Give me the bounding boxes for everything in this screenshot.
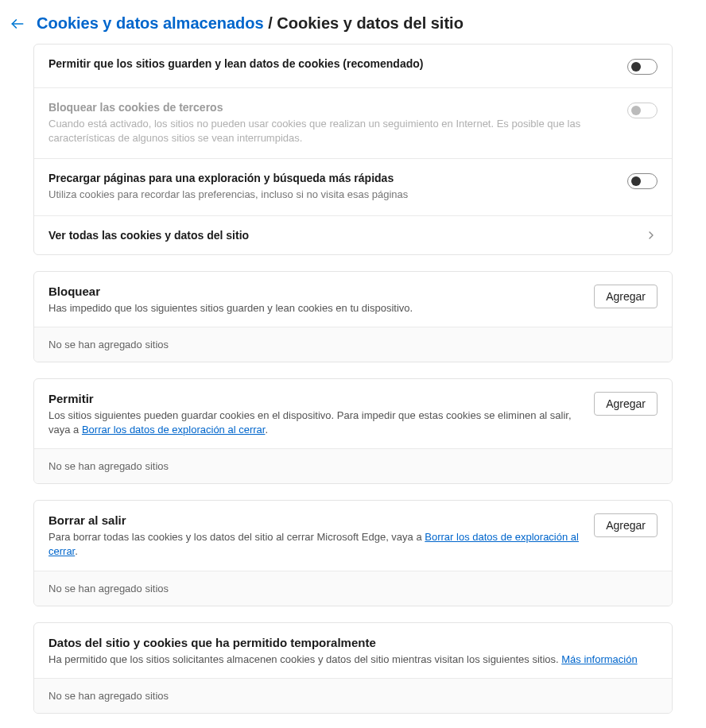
block-section-head: Bloquear Has impedido que los siguientes… xyxy=(34,272,672,327)
clear-on-exit-add-button[interactable]: Agregar xyxy=(594,513,658,537)
preload-desc: Utiliza cookies para recordar las prefer… xyxy=(48,188,618,202)
block-third-party-desc: Cuando está activado, los sitios no pued… xyxy=(48,117,618,145)
block-empty-message: No se han agregado sitios xyxy=(34,327,672,362)
temp-allowed-desc: Ha permitido que los sitios solicitantes… xyxy=(48,652,658,667)
back-arrow-icon[interactable] xyxy=(10,16,25,32)
clear-on-exit-empty-message: No se han agregado sitios xyxy=(34,571,672,606)
clear-on-exit-section-head: Borrar al salir Para borrar todas las co… xyxy=(34,501,672,571)
allow-section-desc: Los sitios siguientes pueden guardar coo… xyxy=(48,409,584,437)
preload-title: Precargar páginas para una exploración y… xyxy=(48,172,618,184)
allow-section-head: Permitir Los sitios siguientes pueden gu… xyxy=(34,379,672,449)
block-section: Bloquear Has impedido que los siguientes… xyxy=(33,271,673,362)
block-section-desc: Has impedido que los siguientes sitios g… xyxy=(48,301,584,316)
cookie-settings-card: Permitir que los sitios guarden y lean d… xyxy=(33,44,673,255)
breadcrumb-separator: / xyxy=(268,14,277,32)
see-all-cookies-row[interactable]: Ver todas las cookies y datos del sitio xyxy=(34,216,672,254)
clear-on-exit-desc: Para borrar todas las cookies y los dato… xyxy=(48,530,584,559)
allow-cookies-row: Permitir que los sitios guarden y lean d… xyxy=(34,45,672,88)
temp-allowed-empty-message: No se han agregado sitios xyxy=(34,679,672,713)
allow-cookies-toggle[interactable] xyxy=(627,59,658,75)
block-third-party-toggle xyxy=(627,103,658,118)
allow-section: Permitir Los sitios siguientes pueden gu… xyxy=(33,378,673,484)
block-section-title: Bloquear xyxy=(48,285,584,298)
allow-add-button[interactable]: Agregar xyxy=(594,392,658,416)
block-third-party-row: Bloquear las cookies de terceros Cuando … xyxy=(34,88,672,159)
breadcrumb-parent-link[interactable]: Cookies y datos almacenados xyxy=(37,14,264,32)
block-third-party-title: Bloquear las cookies de terceros xyxy=(48,101,618,114)
preload-row: Precargar páginas para una exploración y… xyxy=(34,159,672,215)
preload-toggle[interactable] xyxy=(627,173,658,189)
temp-allowed-title: Datos del sitio y cookies que ha permiti… xyxy=(48,636,658,649)
clear-on-exit-title: Borrar al salir xyxy=(48,513,584,527)
breadcrumb: Cookies y datos almacenados / Cookies y … xyxy=(37,14,464,33)
allow-section-title: Permitir xyxy=(48,392,584,405)
breadcrumb-current: Cookies y datos del sitio xyxy=(277,14,464,32)
temp-allowed-section: Datos del sitio y cookies que ha permiti… xyxy=(33,622,673,714)
clear-on-exit-section: Borrar al salir Para borrar todas las co… xyxy=(33,500,673,606)
allow-clear-data-link[interactable]: Borrar los datos de exploración al cerra… xyxy=(82,424,266,436)
page-header: Cookies y datos almacenados / Cookies y … xyxy=(0,14,706,44)
allow-cookies-title: Permitir que los sitios guarden y lean d… xyxy=(48,57,618,70)
see-all-cookies-title: Ver todas las cookies y datos del sitio xyxy=(48,229,635,242)
temp-allowed-more-info-link[interactable]: Más información xyxy=(561,653,637,665)
block-add-button[interactable]: Agregar xyxy=(594,285,658,308)
temp-allowed-section-head: Datos del sitio y cookies que ha permiti… xyxy=(34,623,672,679)
chevron-right-icon xyxy=(645,229,658,242)
allow-empty-message: No se han agregado sitios xyxy=(34,449,672,483)
